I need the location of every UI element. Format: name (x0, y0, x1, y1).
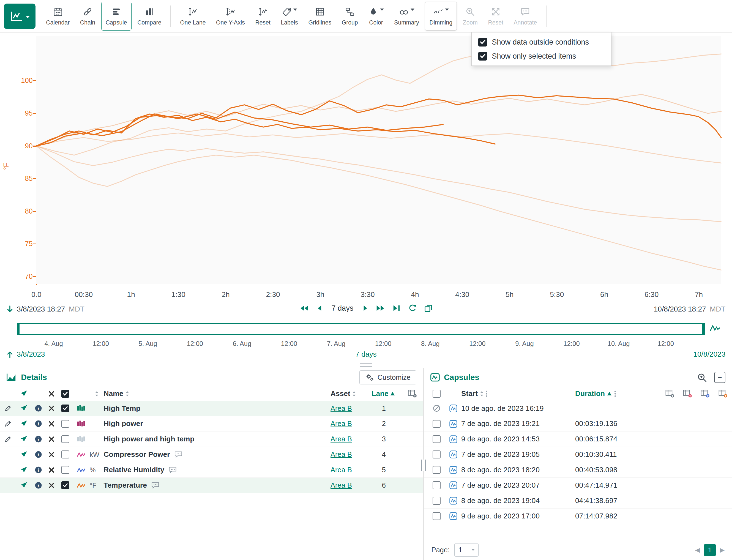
remove-cell[interactable] (45, 436, 58, 442)
info-icon[interactable]: i (35, 435, 42, 443)
capsule-select-cell[interactable] (428, 450, 445, 458)
dimming-option-selected-items[interactable]: Show only selected items (478, 52, 605, 61)
info-cell[interactable]: i (32, 435, 45, 443)
checkbox[interactable] (61, 450, 69, 458)
remove-cell[interactable] (45, 421, 58, 427)
toolbar-calendar-button[interactable]: Calendar (42, 2, 74, 31)
next-page-button[interactable]: ▶ (720, 547, 725, 554)
excluded-capsule-icon[interactable] (433, 405, 440, 412)
toolbar-group-button[interactable]: Group (337, 2, 362, 31)
checkbox[interactable] (433, 435, 441, 443)
pin-cell[interactable] (16, 451, 32, 458)
asset-link[interactable]: Area B (331, 466, 352, 474)
checkbox[interactable] (433, 420, 441, 428)
kebab-menu-icon[interactable] (614, 390, 616, 397)
investigate-range-start[interactable]: 3/8/2023 (17, 350, 45, 359)
select-cell[interactable] (58, 466, 73, 474)
asset-link[interactable]: Area B (331, 450, 352, 458)
pin-icon[interactable] (20, 420, 28, 427)
checked-checkbox[interactable] (478, 38, 487, 47)
select-cell[interactable] (58, 481, 73, 489)
toolbar-gridlines-button[interactable]: Gridlines (304, 2, 336, 31)
current-page-number[interactable]: 1 (704, 544, 715, 556)
annotation-bubble-icon[interactable] (151, 482, 160, 489)
sort-icon[interactable] (125, 391, 129, 397)
trend-plot[interactable] (36, 36, 721, 284)
details-row-3[interactable]: ikWCompressor PowerArea B4 (0, 447, 423, 462)
edit-pencil-icon[interactable] (5, 405, 11, 412)
annotation-bubble-icon[interactable] (174, 451, 183, 458)
info-icon[interactable]: i (35, 420, 42, 427)
pin-cell[interactable] (16, 466, 32, 474)
zoom-to-capsule-icon[interactable] (697, 373, 707, 382)
capsule-select-cell[interactable] (428, 420, 445, 428)
capsule-select-cell[interactable] (428, 405, 445, 412)
checkbox[interactable] (61, 481, 69, 489)
select-cell[interactable] (58, 420, 73, 428)
customize-button[interactable]: Customize (359, 370, 416, 384)
add-condition-column-icon[interactable] (683, 390, 692, 398)
pin-cell[interactable] (16, 435, 32, 443)
investigate-range-end[interactable]: 10/8/2023 (693, 350, 725, 359)
edit-cell[interactable] (0, 405, 16, 412)
checkbox[interactable] (433, 512, 441, 520)
checkbox[interactable] (61, 466, 69, 474)
worksheet-view-selector[interactable] (4, 4, 35, 29)
pin-icon[interactable] (20, 482, 28, 489)
asset-link[interactable]: Area B (331, 420, 352, 427)
capsule-row-2[interactable]: 9 de ago. de 2023 14:5300:06:15.874 (424, 431, 732, 447)
display-range-end[interactable]: 10/8/2023 18:27 (654, 305, 706, 313)
capsule-select-cell[interactable] (428, 435, 445, 443)
display-range-duration[interactable]: 7 days (331, 304, 353, 313)
sort-ascending-icon[interactable] (607, 392, 612, 396)
sort-icon[interactable] (480, 391, 484, 397)
details-row-1[interactable]: iHigh powerArea B2 (0, 416, 423, 431)
details-row-4[interactable]: i%Relative HumidityArea B5 (0, 462, 423, 478)
toolbar-capsule-time-button[interactable]: Capsule (101, 2, 132, 31)
timeline-right-handle[interactable] (702, 323, 705, 335)
remove-cell[interactable] (45, 467, 58, 473)
horizontal-resize-grip[interactable] (360, 363, 372, 367)
checkbox[interactable] (61, 435, 69, 443)
checkbox[interactable] (61, 420, 69, 428)
sort-type-control[interactable] (90, 391, 104, 397)
details-row-0[interactable]: iHigh TempArea B1 (0, 401, 423, 416)
trend-chart[interactable]: Temperature °F 100959085807570 0.000:301… (0, 33, 732, 303)
collapse-panel-button[interactable]: − (714, 372, 726, 383)
remove-cell[interactable] (45, 452, 58, 458)
kebab-menu-icon[interactable] (486, 390, 488, 397)
checked-checkbox[interactable] (478, 52, 487, 61)
copy-range-button[interactable] (424, 304, 432, 312)
investigate-range-duration[interactable]: 7 days (355, 350, 376, 359)
details-row-2[interactable]: iHigh power and high tempArea B3 (0, 431, 423, 447)
capsule-row-6[interactable]: 8 de ago. de 2023 19:0404:41:38.697 (424, 493, 732, 509)
step-to-now-button[interactable] (393, 305, 400, 312)
info-cell[interactable]: i (32, 466, 45, 474)
info-icon[interactable]: i (35, 451, 42, 458)
add-stat-column-icon[interactable] (719, 390, 727, 398)
pin-cell[interactable] (16, 420, 32, 427)
step-back-half-button[interactable] (316, 305, 322, 312)
select-cell[interactable] (58, 405, 73, 413)
remove-all-icon[interactable] (45, 391, 58, 397)
toolbar-one-y-axis-button[interactable]: One Y-Axis (212, 2, 249, 31)
capsule-row-1[interactable]: 7 de ago. de 2023 19:2100:03:19.136 (424, 416, 732, 431)
capsule-select-cell[interactable] (428, 512, 445, 520)
info-cell[interactable]: i (32, 405, 45, 412)
column-start-header[interactable]: Start (461, 389, 478, 398)
pin-cell[interactable] (16, 482, 32, 489)
remove-cell[interactable] (45, 482, 58, 488)
toolbar-reset-trend-button[interactable]: Reset (251, 2, 275, 31)
column-duration-header[interactable]: Duration (575, 389, 605, 398)
pin-all-icon[interactable] (16, 390, 32, 397)
sort-ascending-icon[interactable] (390, 392, 395, 396)
remove-icon[interactable] (48, 467, 54, 473)
details-row-5[interactable]: i°FTemperatureArea B6 (0, 478, 423, 493)
page-size-select[interactable]: 1 (454, 543, 479, 557)
step-forward-half-button[interactable] (363, 305, 368, 312)
remove-icon[interactable] (48, 482, 54, 488)
remove-cell[interactable] (45, 405, 58, 411)
pin-icon[interactable] (20, 451, 28, 458)
info-cell[interactable]: i (32, 482, 45, 489)
pin-icon[interactable] (20, 466, 28, 474)
